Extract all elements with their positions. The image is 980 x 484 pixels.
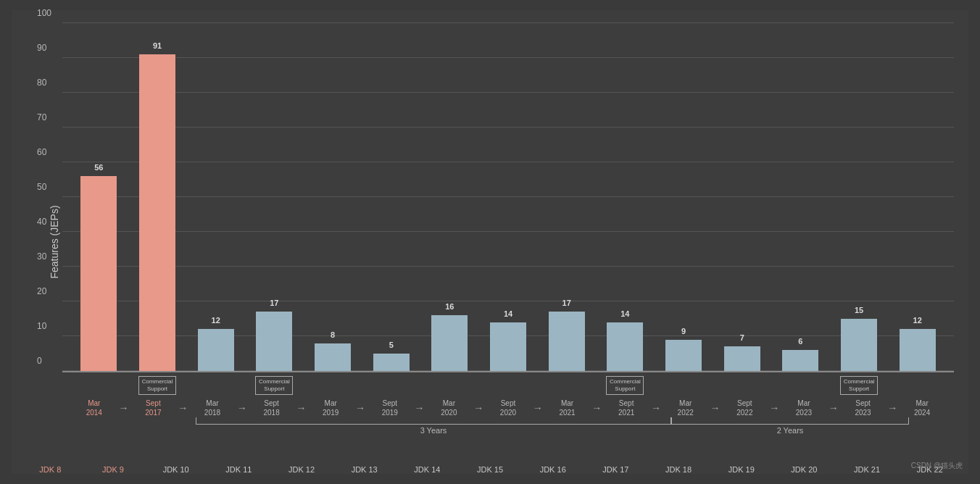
cs-cell-13: Commercial Support [830,376,889,396]
timeline-arrow: → [473,402,483,414]
timeline-arrow: → [591,402,602,414]
timeline-date-text: Mar 2014 [86,399,102,417]
commercial-support-row: Commercial SupportCommercial SupportComm… [62,372,954,399]
timeline-arrow: → [829,402,839,414]
brace-2-years: 2 Years [671,417,909,435]
bar-x-label-jdk-11: JDK 11 [207,465,270,474]
commercial-support-badge: Commercial Support [138,376,176,396]
timeline-date-3: Sept 2018 [247,399,296,417]
timeline-date-text: Sept 2017 [145,399,161,417]
timeline-date-2: Mar 2018 [188,399,237,417]
bar-x-label-jdk-12: JDK 12 [270,465,333,474]
commercial-support-badge: Commercial Support [255,376,293,396]
timeline-date-text: Sept 2023 [855,399,871,417]
timeline-date-text: Mar 2020 [441,399,457,417]
chart-container: Features (JEPs) 010203040506070809010056… [12,10,968,474]
timeline-date-text: Mar 2019 [323,399,339,417]
timeline-date-11: Sept 2022 [721,399,770,417]
bar-x-label-jdk-9: JDK 9 [82,465,145,474]
timeline-date-1: Sept 2017 [129,399,178,417]
timeline-date-text: Sept 2021 [618,399,634,417]
timeline-date-7: Sept 2020 [483,399,533,417]
timeline-date-text: Sept 2019 [382,399,398,417]
bar-x-label-jdk-8: JDK 8 [19,465,82,474]
watermark: CSDN @猫头虎 [911,461,963,471]
timeline-arrow: → [355,402,365,414]
timeline-date-text: Mar 2022 [678,399,694,417]
cs-cell-9: Commercial Support [596,376,655,396]
timeline-arrow: → [533,402,543,414]
timeline-row: Mar 2014→Sept 2017→Mar 2018→Sept 2018→Ma… [62,399,954,417]
brace-2-years-line [671,417,909,425]
timeline-date-5: Sept 2019 [365,399,415,417]
timeline-arrow: → [887,402,897,414]
bar-x-label-jdk-21: JDK 21 [836,465,899,474]
timeline-date-text: Mar 2024 [914,399,930,417]
timeline-arrow: → [769,402,779,414]
timeline-date-text: Sept 2022 [736,399,752,417]
timeline-date-9: Sept 2021 [602,399,651,417]
timeline-date-14: Mar 2024 [897,399,947,417]
timeline-date-text: Mar 2018 [204,399,220,417]
bar-x-label-jdk-16: JDK 16 [521,465,584,474]
timeline-date-text: Sept 2018 [263,399,279,417]
bar-x-label-jdk-20: JDK 20 [773,465,836,474]
timeline-arrow: → [178,402,188,414]
timeline-date-8: Mar 2021 [543,399,592,417]
commercial-support-badge: Commercial Support [606,376,644,396]
timeline-date-text: Sept 2020 [500,399,516,417]
bar-x-label-jdk-10: JDK 10 [144,465,207,474]
bar-x-label-jdk-14: JDK 14 [396,465,459,474]
bar-x-label-jdk-17: JDK 17 [584,465,647,474]
timeline-date-13: Sept 2023 [839,399,888,417]
timeline-date-4: Mar 2019 [306,399,355,417]
timeline-date-0: Mar 2014 [70,399,119,417]
bar-x-label-jdk-18: JDK 18 [647,465,710,474]
brace-row: 3 Years2 Years [62,417,954,449]
timeline-arrow: → [296,402,306,414]
brace-3-years: 3 Years [196,417,671,435]
bottom-section: Commercial SupportCommercial SupportComm… [62,372,954,449]
timeline-arrow: → [119,402,129,414]
commercial-support-badge: Commercial Support [840,376,878,396]
brace-2-years-label: 2 Years [671,426,909,435]
timeline-date-12: Mar 2023 [779,399,829,417]
timeline-arrow: → [710,402,721,414]
cs-cell-3: Commercial Support [245,376,304,396]
cs-cell-1: Commercial Support [128,376,187,396]
bar-x-label-jdk-15: JDK 15 [459,465,522,474]
timeline-arrow: → [237,402,247,414]
brace-3-years-line [196,417,671,425]
brace-3-years-label: 3 Years [196,426,671,435]
timeline-date-10: Mar 2022 [661,399,710,417]
timeline-arrow: → [651,402,661,414]
bar-x-label-jdk-19: JDK 19 [710,465,773,474]
timeline-date-text: Mar 2021 [559,399,575,417]
bar-x-label-jdk-13: JDK 13 [333,465,396,474]
timeline-date-6: Mar 2020 [425,399,474,417]
timeline-date-text: Mar 2023 [796,399,812,417]
timeline-arrow: → [415,402,425,414]
